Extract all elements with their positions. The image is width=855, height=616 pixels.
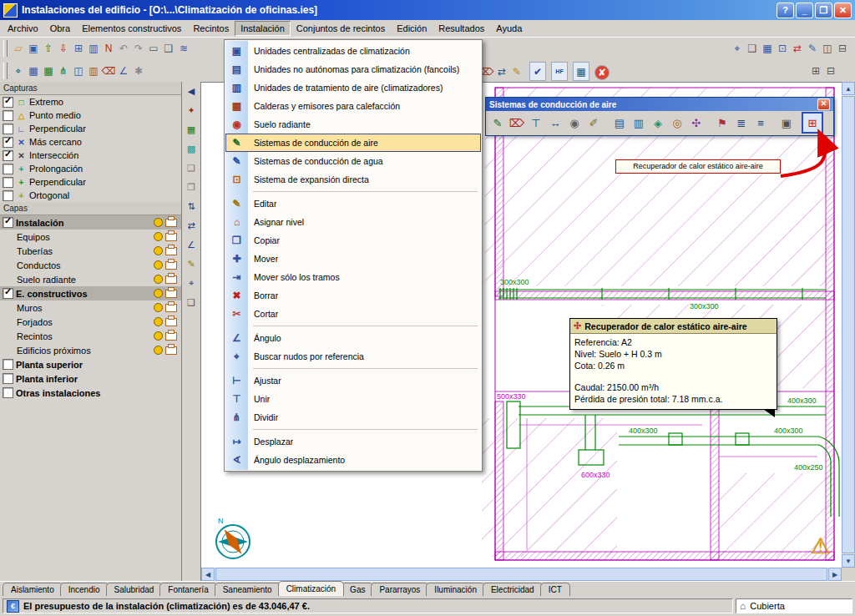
installation-tab[interactable]: Iluminación [426,583,485,596]
toolbar-grip[interactable] [3,63,8,79]
cascade-window-icon[interactable]: ⊟ [835,39,850,57]
draw-icon[interactable]: ✎ [184,257,199,271]
import-icon[interactable]: ⇩ [56,39,71,57]
collapse-panel-icon[interactable]: ◀ [184,84,199,98]
save-icon[interactable]: ▣ [26,39,41,57]
close-button[interactable]: ✕ [834,3,852,18]
layer-row[interactable]: Planta superior [0,357,181,371]
print-view-icon[interactable]: ❑ [184,295,199,310]
menu-item[interactable]: ⇥ Mover sólo los tramos [225,268,481,286]
capture-option-row[interactable]: ✓ ✕ Intersección [0,149,181,162]
clipboard-icon[interactable]: ❏ [184,161,199,175]
tile-h-icon[interactable]: ⊞ [808,62,823,79]
capture-checkbox[interactable] [3,110,13,121]
swap-icon[interactable]: ⇄ [790,39,805,57]
menu-item[interactable]: ⌖ Buscar nudos por referencia [225,347,481,366]
layer-checkbox[interactable]: ✓ [3,217,13,228]
menu-item[interactable]: ❐ Copiar [225,231,481,250]
horizontal-scroll-thumb[interactable] [215,568,827,581]
split-view-icon[interactable]: ⇅ [184,199,199,214]
apply-check-icon[interactable]: ✔ [529,62,546,81]
menubar-item[interactable]: Edición [391,21,433,36]
installation-tab[interactable]: Aislamiento [3,583,63,596]
installation-tab[interactable]: Electricidad [483,583,543,596]
plan-icon[interactable]: ▦ [573,62,589,81]
layer-row[interactable]: Suelo radiante [0,272,181,286]
layer-row[interactable]: Tuberías [0,244,181,258]
layer-row[interactable]: Planta inferior [0,371,181,386]
print-icon[interactable]: ▭ [146,39,161,57]
capture-checkbox[interactable] [3,124,13,134]
layer-print-icon[interactable] [165,290,177,298]
installation-tab[interactable]: Gas [341,583,373,596]
menubar-item[interactable]: Archivo [2,21,44,36]
snap-icon[interactable]: ⌖ [184,276,199,290]
layer-color-dot[interactable] [154,331,163,341]
layer-row[interactable]: Recintos [0,329,181,343]
installation-tab[interactable]: Pararrayos [371,583,428,596]
eraser-icon[interactable]: ⌫ [101,62,116,79]
layer-checkbox[interactable] [3,359,13,370]
layer-print-icon[interactable] [165,247,177,255]
layer-print-icon[interactable] [165,261,177,270]
export-icon[interactable]: ⇧ [41,39,56,57]
scroll-down-icon[interactable]: ▼ [842,554,855,568]
layers-icon[interactable]: ≋ [176,39,191,57]
menubar-item[interactable]: Resultados [433,21,490,36]
duct-list-icon[interactable]: ≣ [732,114,751,132]
layer-color-dot[interactable] [154,289,163,298]
menu-item[interactable]: ⊤ Unir [225,390,481,408]
edit-yellow-icon[interactable]: ✎ [509,63,524,80]
pan-icon[interactable]: ⇄ [184,219,199,233]
tree-view-icon[interactable]: ⋔ [56,62,71,79]
comment-icon[interactable]: ❐ [184,180,199,194]
text-styles-icon[interactable]: N [101,39,116,57]
print-blue-icon[interactable]: ▦ [760,39,775,57]
duct-size-icon[interactable]: ↔ [546,114,564,132]
duct-tools-palette[interactable]: Sistemas de conducción de aire ✕ ✎ ⌦ ⊤ ↔… [485,97,834,136]
open-icon[interactable]: ▱ [11,39,26,57]
capture-option-row[interactable]: △ Punto medio [0,109,181,122]
menu-item[interactable]: ✖ Borrar [225,286,481,305]
delete-duct-icon[interactable]: ⌦ [508,114,526,132]
grid-blue-icon[interactable]: ▦ [26,62,41,79]
menu-item[interactable]: ∠ Ángulo [225,329,481,347]
menu-item[interactable]: ▤ Unidades no autónomas para climatizaci… [225,60,481,78]
capture-checkbox[interactable] [3,164,13,174]
drawings-icon[interactable]: ▥ [86,39,101,57]
layer-color-dot[interactable] [154,303,163,312]
duct-edit-icon[interactable]: ✐ [584,114,603,132]
vertical-scroll-thumb[interactable] [842,96,855,553]
menu-item[interactable]: ▣ Unidades centralizadas de climatizació… [225,42,481,60]
restore-button[interactable]: ❐ [815,3,832,18]
menu-item[interactable]: ✎ Editar [225,194,481,213]
capture-option-row[interactable]: ✓ ✕ Más cercano [0,135,181,149]
tables-icon[interactable]: ⊞ [71,39,86,57]
monitor-icon[interactable]: ⊡ [775,39,790,57]
layer-print-icon[interactable] [165,318,177,326]
diffuser-icon[interactable]: ◈ [649,114,667,132]
menu-item[interactable]: ⌂ Asignar nivel [225,213,481,231]
fan-icon[interactable]: ✣ [687,114,706,132]
capture-option-row[interactable]: + Ortogonal [0,189,181,202]
capture-checkbox[interactable]: ✓ [3,137,13,148]
toolbar-grip[interactable] [3,40,8,57]
config-icon[interactable]: ✱ [131,62,146,79]
recuperator-icon[interactable]: ⊞ [803,114,822,132]
zones-icon[interactable]: ▩ [184,142,199,156]
print-preview-icon[interactable]: ❑ [745,39,760,57]
vertical-scrollbar[interactable]: ▲ ▼ [842,82,855,568]
layer-color-dot[interactable] [154,232,163,241]
layer-color-dot[interactable] [154,346,163,355]
installation-tab[interactable]: Saneamiento [215,583,281,596]
menu-item[interactable]: ▦ Calderas y emisores para calefacción [225,97,481,115]
capture-checkbox[interactable]: ✓ [3,97,13,108]
menu-item[interactable]: ⊢ Ajustar [225,371,481,390]
chart-icon[interactable]: ▥ [86,62,101,79]
menubar-item[interactable]: Ayuda [490,21,528,36]
menubar-item[interactable]: Elementos constructivos [76,21,187,36]
preview-icon[interactable]: ❑ [161,39,176,57]
edit-tools-icon[interactable]: ✦ [184,104,199,118]
layer-row[interactable]: Otras instalaciones [0,386,181,400]
tile-window-icon[interactable]: ◫ [820,39,835,57]
